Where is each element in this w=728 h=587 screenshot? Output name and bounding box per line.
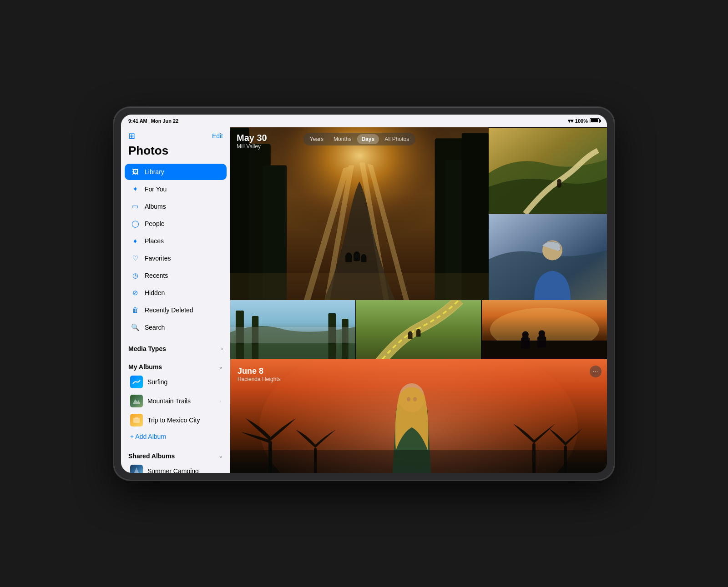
svg-rect-23 <box>230 273 489 300</box>
sidebar-item-recents[interactable]: ◷ Recents <box>125 267 227 284</box>
photo-location: Mill Valley <box>237 143 267 150</box>
media-types-label: Media Types <box>128 345 166 352</box>
sidebar-item-search[interactable]: 🔍 Search <box>125 319 227 336</box>
my-albums-chevron: ⌄ <box>218 364 223 370</box>
for-you-icon: ✦ <box>130 184 140 194</box>
svg-point-57 <box>413 397 417 401</box>
photo-nav-bar: Years Months Days All Photos <box>303 133 415 145</box>
places-label: Places <box>145 237 221 245</box>
photo-date-overlay: May 30 Mill Valley <box>237 133 267 150</box>
large-forest-photo[interactable]: May 30 Mill Valley Years Months Days All… <box>230 127 489 300</box>
battery-icon <box>590 118 600 123</box>
sidebar-item-for-you[interactable]: ✦ For You <box>125 181 227 197</box>
favorites-label: Favorites <box>145 255 221 262</box>
svg-rect-44 <box>521 337 530 348</box>
album-thumb-mexico <box>130 414 143 426</box>
shared-albums-label: Shared Albums <box>128 452 175 460</box>
feature-more-button[interactable]: ··· <box>590 366 602 377</box>
sidebar-title: Photos <box>121 143 230 163</box>
svg-rect-37 <box>408 333 413 339</box>
album-label-surfing: Surfing <box>147 378 221 386</box>
media-types-section-header[interactable]: Media Types › <box>121 340 230 354</box>
battery-fill <box>591 119 598 122</box>
album-label-mexico: Trip to Mexico City <box>147 416 221 424</box>
battery-percent: 100% <box>575 118 588 124</box>
album-thumb-camping <box>130 465 143 473</box>
photo-date: May 30 <box>237 133 267 143</box>
bottom-photo-cycling-road[interactable] <box>356 300 481 359</box>
shared-albums-section-header[interactable]: Shared Albums ⌄ <box>121 447 230 462</box>
months-tab[interactable]: Months <box>329 134 356 144</box>
feature-photo-background <box>230 359 607 473</box>
add-album-button[interactable]: + Add Album <box>125 430 227 443</box>
sidebar-item-recently-deleted[interactable]: 🗑 Recently Deleted <box>125 302 227 318</box>
albums-label: Albums <box>145 203 221 210</box>
wifi-icon: ▾▾ <box>568 118 573 124</box>
sidebar-item-hidden[interactable]: ⊘ Hidden <box>125 285 227 301</box>
people-label: People <box>145 220 221 227</box>
album-item-summer-camping[interactable]: Summer Camping <box>125 462 227 473</box>
svg-rect-22 <box>361 256 367 262</box>
media-types-chevron: › <box>221 346 223 352</box>
all-photos-tab[interactable]: All Photos <box>380 134 414 144</box>
album-item-surfing[interactable]: Surfing <box>125 373 227 391</box>
sidebar-edit-button[interactable]: Edit <box>212 132 223 140</box>
svg-rect-1 <box>135 417 138 419</box>
main-content: May 30 Mill Valley Years Months Days All… <box>230 127 607 473</box>
albums-icon: ▭ <box>130 201 140 211</box>
svg-rect-18 <box>345 254 352 262</box>
search-icon: 🔍 <box>130 322 140 332</box>
bottom-photo-misty-forest[interactable] <box>230 300 355 359</box>
feature-ellipsis-icon: ··· <box>593 369 598 374</box>
svg-rect-0 <box>133 418 140 423</box>
bottom-photo-sunset-cycling[interactable] <box>482 300 607 359</box>
favorites-icon: ♡ <box>130 253 140 263</box>
shared-albums-chevron: ⌄ <box>218 453 223 459</box>
album-thumb-mountain <box>130 395 143 407</box>
svg-rect-34 <box>230 327 355 343</box>
status-bar-right: ▾▾ 100% <box>568 118 600 124</box>
sidebar-item-places[interactable]: ♦ Places <box>125 233 227 249</box>
svg-point-56 <box>407 397 410 401</box>
top-right-landscape-photo[interactable] <box>489 128 607 214</box>
sidebar: ⊞ Edit Photos 🖼 Library ✦ For You ▭ A <box>121 127 230 473</box>
status-bar-left: 9:41 AM Mon Jun 22 <box>128 118 178 124</box>
for-you-label: For You <box>145 186 221 193</box>
my-albums-label: My Albums <box>128 363 162 371</box>
sidebar-toggle-icon[interactable]: ⊞ <box>128 131 135 141</box>
search-label: Search <box>145 324 221 331</box>
sidebar-item-library[interactable]: 🖼 Library <box>125 164 227 180</box>
feature-date-overlay: June 8 Hacienda Heights <box>238 366 281 382</box>
svg-rect-47 <box>537 336 546 347</box>
sidebar-item-people[interactable]: ◯ People <box>125 216 227 232</box>
bottom-right-cyclist-photo[interactable] <box>489 214 607 300</box>
album-item-mexico[interactable]: Trip to Mexico City <box>125 411 227 429</box>
sidebar-item-albums[interactable]: ▭ Albums <box>125 198 227 215</box>
add-album-label: + Add Album <box>130 433 166 440</box>
years-tab[interactable]: Years <box>305 134 328 144</box>
feature-location: Hacienda Heights <box>238 376 281 382</box>
date-display: Mon Jun 22 <box>151 118 179 124</box>
bottom-photos-row <box>230 300 607 359</box>
recently-deleted-label: Recently Deleted <box>145 306 221 314</box>
sidebar-item-favorites[interactable]: ♡ Favorites <box>125 250 227 266</box>
feature-photo-section[interactable]: June 8 Hacienda Heights ··· <box>230 359 607 473</box>
library-label: Library <box>145 168 221 176</box>
library-icon: 🖼 <box>130 167 140 177</box>
recents-label: Recents <box>145 272 221 279</box>
svg-rect-39 <box>416 331 421 336</box>
places-icon: ♦ <box>130 236 140 246</box>
hidden-label: Hidden <box>145 289 221 296</box>
time-display: 9:41 AM <box>128 118 147 124</box>
days-tab[interactable]: Days <box>357 134 379 144</box>
status-bar: 9:41 AM Mon Jun 22 ▾▾ 100% <box>121 115 607 127</box>
album-item-mountain-trails[interactable]: Mountain Trails › <box>125 392 227 410</box>
mountain-trails-chevron: › <box>219 398 221 404</box>
my-albums-section-header[interactable]: My Albums ⌄ <box>121 358 230 372</box>
svg-point-45 <box>522 331 528 337</box>
svg-rect-58 <box>230 450 607 473</box>
ipad-frame: 9:41 AM Mon Jun 22 ▾▾ 100% ⊞ Edit Photos <box>114 107 614 480</box>
album-label-mountain-trails: Mountain Trails <box>147 397 215 405</box>
sidebar-header: ⊞ Edit <box>121 127 230 143</box>
ipad-screen: 9:41 AM Mon Jun 22 ▾▾ 100% ⊞ Edit Photos <box>121 115 607 473</box>
